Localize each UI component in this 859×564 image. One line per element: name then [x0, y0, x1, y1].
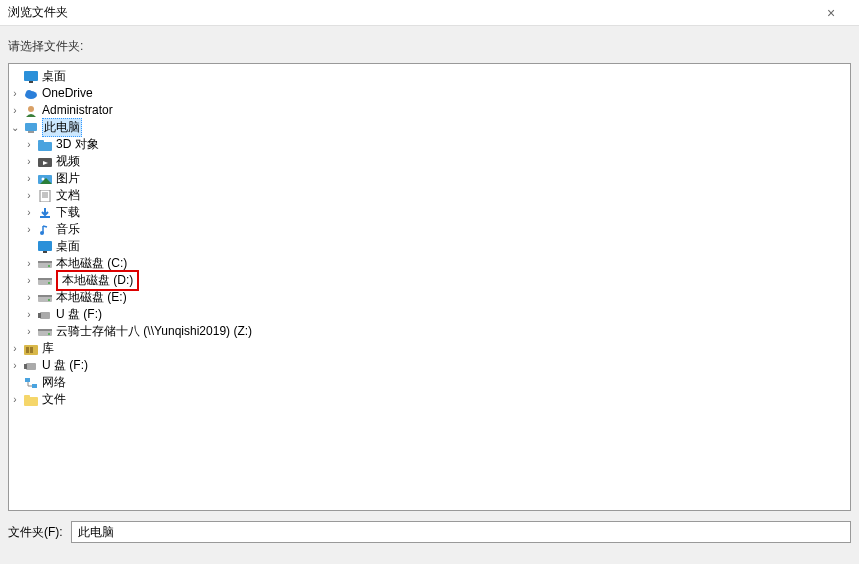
tree-node-label[interactable]: Administrator	[42, 102, 113, 119]
chevron-right-icon[interactable]: ›	[23, 221, 35, 238]
close-icon[interactable]: ×	[811, 5, 851, 21]
pictures-icon	[37, 172, 53, 186]
svg-rect-6	[28, 131, 34, 133]
tree-node-videos[interactable]: ›视频	[9, 153, 850, 170]
folder-field-input[interactable]	[71, 521, 851, 543]
tree-node-network[interactable]: ›网络	[9, 374, 850, 391]
usb-icon	[23, 359, 39, 373]
tree-node-documents[interactable]: ›文档	[9, 187, 850, 204]
svg-point-27	[48, 282, 50, 284]
svg-rect-8	[38, 140, 44, 143]
tree-node-music[interactable]: ›音乐	[9, 221, 850, 238]
tree-node-desk2[interactable]: ›桌面	[9, 238, 850, 255]
tree-node-label[interactable]: 3D 对象	[56, 136, 99, 153]
tree-node-label[interactable]: 桌面	[42, 68, 66, 85]
desktop-icon	[37, 240, 53, 254]
libs-icon	[23, 342, 39, 356]
svg-rect-34	[38, 329, 52, 331]
tree-node-label[interactable]: 视频	[56, 153, 80, 170]
tree-node-files[interactable]: ›文件	[9, 391, 850, 408]
tree-node-drivee[interactable]: ›本地磁盘 (E:)	[9, 289, 850, 306]
chevron-right-icon[interactable]: ›	[23, 170, 35, 187]
video-icon	[37, 155, 53, 169]
chevron-right-icon[interactable]: ›	[23, 187, 35, 204]
tree-node-label[interactable]: 图片	[56, 170, 80, 187]
tree-node-label[interactable]: 桌面	[56, 238, 80, 255]
svg-rect-21	[43, 251, 47, 253]
chevron-right-icon[interactable]: ›	[23, 255, 35, 272]
drive-icon	[37, 325, 53, 339]
chevron-right-icon[interactable]: ›	[9, 85, 21, 102]
tree-node-label[interactable]: 网络	[42, 374, 66, 391]
tree-node-label[interactable]: 云骑士存储十八 (\\Yunqishi2019) (Z:)	[56, 323, 252, 340]
tree-node-label[interactable]: 本地磁盘 (E:)	[56, 289, 127, 306]
chevron-right-icon[interactable]: ›	[23, 136, 35, 153]
download-icon	[37, 206, 53, 220]
chevron-right-icon[interactable]: ›	[23, 306, 35, 323]
tree-node-onedrive[interactable]: ›OneDrive	[9, 85, 850, 102]
tree-node-pictures[interactable]: ›图片	[9, 170, 850, 187]
chevron-right-icon[interactable]: ›	[9, 340, 21, 357]
tree-node-label[interactable]: OneDrive	[42, 85, 93, 102]
tree-node-thispc[interactable]: ⌄此电脑	[9, 119, 850, 136]
svg-rect-29	[38, 295, 52, 297]
chevron-right-icon[interactable]: ›	[23, 153, 35, 170]
tree-node-downloads[interactable]: ›下载	[9, 204, 850, 221]
tree-node-usbf2[interactable]: ›U 盘 (F:)	[9, 357, 850, 374]
svg-rect-38	[30, 347, 33, 353]
svg-point-30	[48, 299, 50, 301]
chevron-right-icon[interactable]: ›	[9, 357, 21, 374]
tree-node-label[interactable]: 本地磁盘 (D:)	[56, 270, 139, 291]
svg-rect-44	[24, 395, 30, 398]
svg-point-4	[28, 106, 34, 112]
tree-node-desktop[interactable]: ›桌面	[9, 68, 850, 85]
svg-point-19	[40, 231, 44, 235]
tree-node-admin[interactable]: ›Administrator	[9, 102, 850, 119]
tree-node-label[interactable]: 库	[42, 340, 54, 357]
tree-node-label[interactable]: 音乐	[56, 221, 80, 238]
tree-node-label[interactable]: 文档	[56, 187, 80, 204]
svg-rect-43	[24, 397, 38, 406]
folder-tree[interactable]: ›桌面›OneDrive›Administrator⌄此电脑›3D 对象›视频›…	[8, 63, 851, 511]
svg-rect-23	[38, 261, 52, 263]
chevron-right-icon[interactable]: ›	[9, 391, 21, 408]
svg-rect-5	[25, 123, 37, 131]
svg-rect-41	[25, 378, 30, 382]
tree-node-drived[interactable]: ›本地磁盘 (D:)	[9, 272, 850, 289]
svg-rect-1	[29, 81, 33, 83]
svg-rect-0	[24, 71, 38, 81]
drive-icon	[37, 291, 53, 305]
drive-icon	[37, 274, 53, 288]
docs-icon	[37, 189, 53, 203]
music-icon	[37, 223, 53, 237]
tree-node-label[interactable]: 此电脑	[42, 118, 82, 137]
svg-rect-37	[26, 347, 29, 353]
titlebar: 浏览文件夹 ×	[0, 0, 859, 26]
svg-rect-26	[38, 278, 52, 280]
chevron-right-icon[interactable]: ›	[23, 289, 35, 306]
chevron-right-icon[interactable]: ›	[9, 102, 21, 119]
chevron-right-icon[interactable]: ›	[23, 204, 35, 221]
svg-point-24	[48, 265, 50, 267]
tree-node-label[interactable]: U 盘 (F:)	[42, 357, 88, 374]
svg-rect-20	[38, 241, 52, 251]
tree-node-3dobj[interactable]: ›3D 对象	[9, 136, 850, 153]
tree-node-usbf[interactable]: ›U 盘 (F:)	[9, 306, 850, 323]
chevron-right-icon[interactable]: ›	[23, 272, 35, 289]
svg-rect-40	[24, 364, 27, 369]
network-icon	[23, 376, 39, 390]
tree-node-netz[interactable]: ›云骑士存储十八 (\\Yunqishi2019) (Z:)	[9, 323, 850, 340]
user-icon	[23, 104, 39, 118]
svg-point-3	[26, 90, 32, 96]
tree-node-libs[interactable]: ›库	[9, 340, 850, 357]
folder-field-label: 文件夹(F):	[8, 524, 63, 541]
svg-rect-32	[38, 313, 41, 318]
svg-rect-42	[32, 384, 37, 388]
tree-node-label[interactable]: 文件	[42, 391, 66, 408]
tree-node-label[interactable]: U 盘 (F:)	[56, 306, 102, 323]
svg-rect-31	[40, 312, 50, 319]
chevron-right-icon[interactable]: ›	[23, 323, 35, 340]
tree-node-label[interactable]: 下载	[56, 204, 80, 221]
chevron-down-icon[interactable]: ⌄	[9, 119, 21, 136]
desktop-icon	[23, 70, 39, 84]
